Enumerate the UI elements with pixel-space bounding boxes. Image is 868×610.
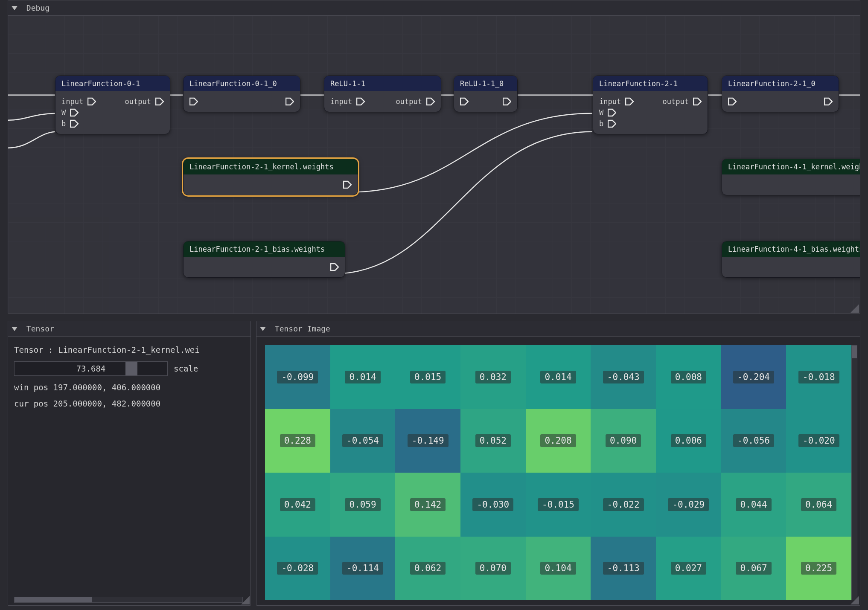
collapse-icon[interactable] (12, 327, 17, 331)
heatmap-cell-value: -0.114 (342, 562, 383, 575)
port-icon[interactable] (625, 97, 634, 106)
port-icon[interactable] (824, 97, 833, 106)
collapse-icon[interactable] (12, 6, 17, 10)
heatmap-cell[interactable]: -0.114 (330, 537, 396, 601)
heatmap-cell[interactable]: -0.099 (265, 345, 330, 409)
port-icon[interactable] (460, 97, 469, 106)
port-label-input: input (330, 97, 352, 106)
scale-slider[interactable]: 73.684 (14, 361, 168, 376)
port-icon[interactable] (330, 263, 339, 271)
port-icon[interactable] (70, 108, 79, 117)
heatmap-cell[interactable]: 0.044 (721, 473, 786, 537)
port-icon[interactable] (503, 97, 511, 106)
heatmap-cell[interactable]: 0.042 (265, 473, 330, 537)
heatmap-cell[interactable]: -0.020 (786, 409, 851, 473)
heatmap-cell-value: 0.228 (280, 434, 315, 447)
heatmap-cell[interactable]: 0.059 (330, 473, 396, 537)
heatmap-cell[interactable]: 0.052 (460, 409, 526, 473)
port-icon[interactable] (189, 97, 198, 106)
node-title: LinearFunction-0-1_0 (184, 76, 300, 91)
heatmap-cell[interactable]: 0.090 (591, 409, 656, 473)
heatmap-cell[interactable]: 0.014 (330, 345, 396, 409)
node-title: LinearFunction-4-1_kernel.weights (722, 159, 860, 174)
node-graph[interactable]: LinearFunction-0-1 input output W b Line… (8, 16, 860, 314)
scrollbar-thumb-icon[interactable] (852, 346, 857, 358)
debug-panel-header[interactable]: Debug (8, 0, 860, 16)
heatmap-cell[interactable]: 0.067 (721, 537, 786, 601)
node-linearfunction-2-1-bias-weights[interactable]: LinearFunction-2-1_bias.weights (183, 241, 345, 278)
node-linearfunction-0-1[interactable]: LinearFunction-0-1 input output W b (55, 76, 170, 134)
node-linearfunction-2-1[interactable]: LinearFunction-2-1 input output W b (593, 76, 708, 134)
port-icon[interactable] (608, 119, 616, 128)
heatmap-cell[interactable]: -0.030 (460, 473, 526, 537)
port-icon[interactable] (87, 97, 96, 106)
port-icon[interactable] (693, 97, 702, 106)
heatmap-cell-value: 0.064 (801, 498, 836, 511)
heatmap-cell[interactable]: 0.070 (460, 537, 526, 601)
heatmap-cell[interactable]: 0.008 (656, 345, 721, 409)
tensor-panel-header[interactable]: Tensor (8, 321, 250, 337)
heatmap-cell[interactable]: 0.014 (526, 345, 591, 409)
heatmap-cell[interactable]: 0.027 (656, 537, 721, 601)
port-icon[interactable] (70, 119, 79, 128)
heatmap-cell-value: 0.027 (671, 562, 706, 575)
slider-thumb-icon[interactable] (125, 362, 137, 375)
resize-grip-icon[interactable] (851, 304, 859, 313)
tensor-heatmap[interactable]: -0.0990.0140.0150.0320.014-0.0430.008-0.… (265, 345, 851, 600)
heatmap-cell[interactable]: 0.225 (786, 537, 851, 601)
scrollbar-thumb-icon[interactable] (15, 597, 92, 602)
heatmap-cell[interactable]: -0.204 (721, 345, 786, 409)
heatmap-cell-value: 0.008 (671, 371, 706, 383)
port-label-output: output (125, 97, 151, 106)
win-pos-label: win pos (14, 383, 48, 392)
collapse-icon[interactable] (260, 327, 266, 331)
heatmap-cell[interactable]: -0.054 (330, 409, 396, 473)
port-icon[interactable] (285, 97, 294, 106)
port-icon[interactable] (728, 97, 737, 106)
heatmap-cell-value: -0.030 (472, 498, 513, 511)
heatmap-cell[interactable]: 0.064 (786, 473, 851, 537)
resize-grip-icon[interactable] (241, 596, 250, 604)
heatmap-cell[interactable]: 0.104 (526, 537, 591, 601)
node-linearfunction-2-1-0[interactable]: LinearFunction-2-1_0 (722, 76, 839, 112)
resize-grip-icon[interactable] (851, 596, 859, 604)
heatmap-cell[interactable]: -0.113 (591, 537, 656, 601)
heatmap-cell-value: -0.018 (798, 371, 839, 383)
port-icon[interactable] (356, 97, 365, 106)
heatmap-cell[interactable]: -0.028 (265, 537, 330, 601)
heatmap-cell[interactable]: 0.228 (265, 409, 330, 473)
heatmap-cell-value: 0.059 (345, 498, 380, 511)
heatmap-cell[interactable]: 0.006 (656, 409, 721, 473)
heatmap-cell[interactable]: -0.043 (591, 345, 656, 409)
panel-title: Tensor Image (275, 324, 330, 333)
heatmap-cell[interactable]: 0.032 (460, 345, 526, 409)
node-linearfunction-4-1-bias-weights[interactable]: LinearFunction-4-1_bias.weights (722, 241, 860, 278)
tensor-image-panel-header[interactable]: Tensor Image (256, 321, 860, 337)
vertical-scrollbar[interactable] (851, 345, 857, 600)
heatmap-cell[interactable]: -0.149 (395, 409, 460, 473)
node-relu-1-1-0[interactable]: ReLU-1-1_0 (454, 76, 518, 112)
heatmap-cell[interactable]: -0.022 (591, 473, 656, 537)
port-icon[interactable] (426, 97, 435, 106)
port-label-output: output (396, 97, 422, 106)
port-icon[interactable] (608, 108, 616, 117)
node-relu-1-1[interactable]: ReLU-1-1 input output (324, 76, 441, 112)
port-icon[interactable] (343, 180, 352, 189)
heatmap-cell[interactable]: 0.015 (395, 345, 460, 409)
horizontal-scrollbar[interactable] (14, 597, 243, 603)
heatmap-cell-value: -0.029 (668, 498, 709, 511)
heatmap-cell[interactable]: -0.056 (721, 409, 786, 473)
heatmap-cell[interactable]: 0.142 (395, 473, 460, 537)
port-icon[interactable] (155, 97, 164, 106)
heatmap-cell-value: -0.056 (733, 434, 774, 447)
heatmap-cell[interactable]: 0.208 (526, 409, 591, 473)
heatmap-cell-value: 0.015 (410, 371, 446, 383)
heatmap-cell-value: -0.149 (408, 434, 449, 447)
node-linearfunction-2-1-kernel-weights[interactable]: LinearFunction-2-1_kernel.weights (183, 159, 358, 195)
node-linearfunction-0-1-0[interactable]: LinearFunction-0-1_0 (183, 76, 300, 112)
heatmap-cell[interactable]: 0.062 (395, 537, 460, 601)
heatmap-cell[interactable]: -0.015 (526, 473, 591, 537)
node-linearfunction-4-1-kernel-weights[interactable]: LinearFunction-4-1_kernel.weights (722, 159, 860, 195)
heatmap-cell[interactable]: -0.018 (786, 345, 851, 409)
heatmap-cell[interactable]: -0.029 (656, 473, 721, 537)
